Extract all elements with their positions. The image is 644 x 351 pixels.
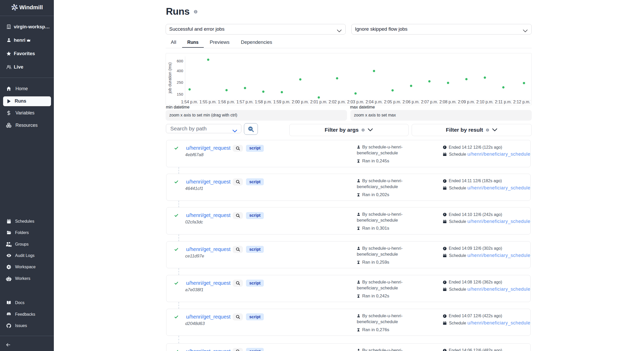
svg-text:1:56 p.m.: 1:56 p.m.: [218, 99, 235, 104]
svg-text:1:55 p.m.: 1:55 p.m.: [199, 99, 217, 104]
svg-text:2:00 p.m.: 2:00 p.m.: [292, 99, 309, 104]
svg-text:600: 600: [177, 58, 183, 63]
svg-text:2:06 p.m.: 2:06 p.m.: [402, 99, 420, 104]
svg-text:150: 150: [177, 92, 183, 96]
svg-text:2:01 p.m.: 2:01 p.m.: [310, 99, 327, 104]
svg-text:2:11 p.m.: 2:11 p.m.: [495, 99, 512, 104]
svg-text:2:05 p.m.: 2:05 p.m.: [384, 99, 401, 104]
svg-text:job duration (ms): job duration (ms): [168, 62, 172, 93]
svg-text:2:03 p.m.: 2:03 p.m.: [347, 99, 365, 104]
svg-text:1:57 p.m.: 1:57 p.m.: [236, 99, 254, 104]
svg-text:2:08 p.m.: 2:08 p.m.: [439, 99, 457, 104]
svg-text:2:12 p.m.: 2:12 p.m.: [513, 99, 530, 104]
svg-text:1:59 p.m.: 1:59 p.m.: [273, 99, 291, 104]
svg-text:1:54 p.m.: 1:54 p.m.: [181, 99, 198, 104]
svg-text:2:10 p.m.: 2:10 p.m.: [476, 99, 494, 104]
svg-text:2:04 p.m.: 2:04 p.m.: [366, 99, 383, 104]
svg-text:2:09 p.m.: 2:09 p.m.: [458, 99, 475, 104]
svg-text:250: 250: [177, 80, 183, 84]
svg-text:400: 400: [177, 69, 183, 73]
svg-text:2:02 p.m.: 2:02 p.m.: [329, 99, 346, 104]
svg-text:1:58 p.m.: 1:58 p.m.: [255, 99, 272, 104]
svg-text:2:07 p.m.: 2:07 p.m.: [421, 99, 438, 104]
